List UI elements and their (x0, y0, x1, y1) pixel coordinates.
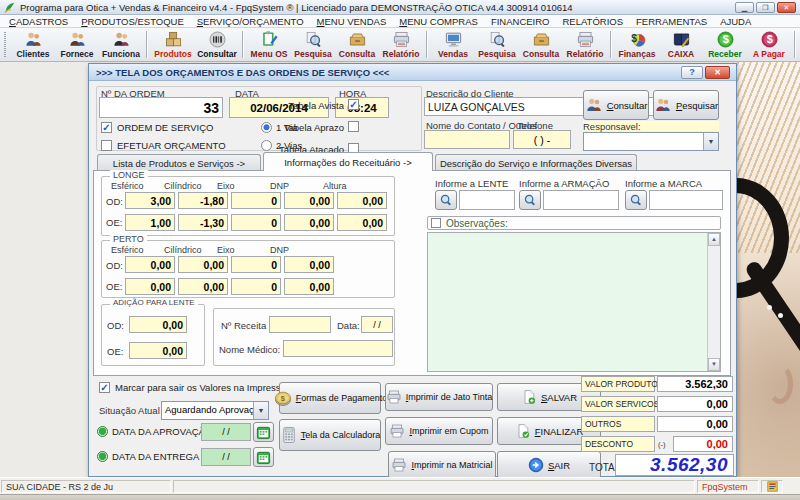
minimize-button[interactable]: ▁ (735, 2, 754, 13)
toolbar-clientes-button[interactable]: Clientes (11, 29, 55, 60)
toolbar-menu-os-button[interactable]: Menu OS (247, 29, 291, 60)
contato-field[interactable] (424, 130, 510, 149)
toolbar-caixa-button[interactable]: CAIXA (659, 29, 703, 60)
window-close-icon[interactable]: ✕ (705, 66, 730, 79)
menu-item-cadastros[interactable]: CADASTROS (9, 16, 68, 27)
status-city-date: SUA CIDADE - RS 2 de Ju (1, 480, 171, 493)
imprimir-jato-tinta-button[interactable]: Imprimir de Jato Tinta (385, 383, 493, 411)
receita-numero-field[interactable] (269, 316, 331, 333)
lente-field[interactable] (459, 190, 515, 210)
scroll-down-icon[interactable]: ▼ (708, 358, 720, 371)
sair-button[interactable]: SAIR (497, 451, 601, 479)
perto-oe-esferico[interactable]: 0,00 (125, 278, 175, 295)
marca-search-button[interactable] (625, 190, 647, 210)
armacao-search-button[interactable] (519, 190, 541, 210)
armacao-field[interactable] (543, 190, 619, 210)
lente-search-button[interactable] (435, 190, 457, 210)
toolbar-fornecedores-button[interactable]: Fornece (55, 29, 99, 60)
tabela-aprazo-checkbox[interactable] (348, 121, 359, 132)
longe-od-altura[interactable]: 0,00 (337, 192, 387, 209)
tab-descricao-servico[interactable]: Descrição do Serviço e Informações Diver… (435, 154, 637, 171)
menu-item-menu-vendas[interactable]: MENU VENDAS (317, 16, 387, 27)
drawer-icon (528, 30, 555, 49)
menu-item-produtos-estoque[interactable]: PRODUTOS/ESTOQUE (81, 16, 184, 27)
perto-od-esferico[interactable]: 0,00 (125, 256, 175, 273)
toolbar-pesquisa-os-button[interactable]: Pesquisa (291, 29, 335, 60)
menu-item-relatorios[interactable]: RELATÓRIOS (563, 16, 624, 27)
data-entrega-field[interactable]: / / (201, 448, 251, 466)
longe-od-eixo[interactable]: 0 (231, 192, 281, 209)
longe-oe-altura[interactable]: 0,00 (337, 214, 387, 231)
toolbar-consultar-button[interactable]: Consultar (195, 29, 239, 60)
toolbar-consulta-vendas-button[interactable]: Consulta (519, 29, 563, 60)
tabela-avista-checkbox[interactable]: ✓ (348, 99, 359, 110)
imprimir-cupom-button[interactable]: Imprimir em Cupom (385, 417, 493, 445)
pesquisar-cliente-button[interactable]: Pesquisar (653, 90, 719, 120)
efetuar-orcamento-checkbox[interactable] (101, 140, 112, 151)
toolbar-consulta-os-button[interactable]: Consulta (335, 29, 379, 60)
via1-radio[interactable] (261, 122, 272, 133)
receita-medico-field[interactable] (283, 340, 393, 357)
imprimir-matricial-button[interactable]: Imprimir na Matricial (388, 451, 496, 479)
toolbar-funcionarios-button[interactable]: Funciona (99, 29, 143, 60)
toolbar-relatorio-vendas-button[interactable]: Relatório (563, 29, 607, 60)
help-button[interactable]: ? (681, 66, 703, 79)
menu-item-servico-orcamento[interactable]: SERVIÇO/ORÇAMENTO (197, 16, 304, 27)
telefone-field[interactable]: ( ) - (513, 130, 571, 149)
toolbar-relatorio-os-button[interactable]: Relatório (379, 29, 423, 60)
scrollbar[interactable]: ▲ ▼ (707, 233, 720, 371)
tab-lista-produtos[interactable]: Lista de Produtos e Serviços -> (97, 154, 261, 171)
menu-item-ajuda[interactable]: AJUDA (720, 16, 751, 27)
longe-oe-esferico[interactable]: 1,00 (125, 214, 175, 231)
toolbar-a-pagar-button[interactable]: $ A Pagar (747, 29, 791, 60)
responsavel-combobox[interactable]: ▼ (583, 132, 719, 151)
perto-oe-cilindrico[interactable]: 0,00 (178, 278, 228, 295)
data-entrega-calendar-button[interactable] (253, 447, 274, 467)
menu-item-menu-compras[interactable]: MENU COMPRAS (399, 16, 478, 27)
tela-calculadora-button[interactable]: Tela da Calculadora (279, 419, 381, 451)
ordem-servico-checkbox[interactable]: ✓ (101, 122, 112, 133)
menu-item-ferramentas[interactable]: FERRAMENTAS (636, 16, 707, 27)
longe-od-cilindrico[interactable]: -1,80 (178, 192, 228, 209)
toolbar-vendas-button[interactable]: Vendas (431, 29, 475, 60)
valores-impressao-checkbox[interactable]: ✓ (99, 382, 110, 393)
adicao-oe-field[interactable]: 0,00 (129, 342, 187, 359)
longe-oe-cilindrico[interactable]: -1,30 (178, 214, 228, 231)
toolbar-receber-button[interactable]: $ Receber (703, 29, 747, 60)
longe-od-esferico[interactable]: 3,00 (125, 192, 175, 209)
longe-oe-eixo[interactable]: 0 (231, 214, 281, 231)
formas-pagamento-button[interactable]: $ Formas de Pagamento (279, 382, 381, 414)
data-aprovacao-radio[interactable] (97, 426, 108, 437)
adicao-od-field[interactable]: 0,00 (129, 316, 187, 333)
perto-oe-eixo[interactable]: 0 (231, 278, 281, 295)
observacoes-textarea[interactable]: ▲ ▼ (427, 232, 721, 372)
longe-oe-dnp[interactable]: 0,00 (284, 214, 334, 231)
observacoes-checkbox[interactable] (431, 218, 441, 228)
order-number-field[interactable]: 33 (99, 97, 223, 118)
restore-button[interactable]: ❐ (756, 2, 775, 13)
toolbar-pesquisa-vendas-button[interactable]: Pesquisa (475, 29, 519, 60)
via2-radio[interactable] (261, 140, 272, 151)
chevron-down-icon[interactable]: ▼ (703, 133, 718, 150)
data-entrega-radio[interactable] (97, 451, 108, 462)
tab-informacoes-receituario[interactable]: Informações do Receituário -> (263, 152, 433, 171)
marca-field[interactable] (649, 190, 723, 210)
perto-od-eixo[interactable]: 0 (231, 256, 281, 273)
scroll-up-icon[interactable]: ▲ (708, 233, 720, 246)
chevron-down-icon[interactable]: ▼ (253, 402, 268, 419)
toolbar-produtos-button[interactable]: Produtos (151, 29, 195, 60)
menu-item-financeiro[interactable]: FINANCEIRO (491, 16, 550, 27)
longe-od-dnp[interactable]: 0,00 (284, 192, 334, 209)
perto-od-cilindrico[interactable]: 0,00 (178, 256, 228, 273)
situacao-combobox[interactable]: Aguardando Aprovação ▼ (161, 401, 269, 420)
svg-text:$: $ (766, 33, 772, 45)
close-button[interactable]: ✕ (777, 2, 796, 13)
consultar-cliente-button[interactable]: Consultar (583, 90, 649, 120)
orders-window-titlebar[interactable]: >>> TELA DOS ORÇAMENTOS E DAS ORDENS DE … (89, 64, 736, 81)
perto-oe-dnp[interactable]: 0,00 (284, 278, 334, 295)
receita-data-field[interactable]: / / (361, 316, 393, 333)
data-aprovacao-field[interactable]: / / (201, 423, 251, 441)
toolbar-financas-button[interactable]: $ Finanças (615, 29, 659, 60)
perto-od-dnp[interactable]: 0,00 (284, 256, 334, 273)
data-aprovacao-calendar-button[interactable] (253, 422, 274, 442)
